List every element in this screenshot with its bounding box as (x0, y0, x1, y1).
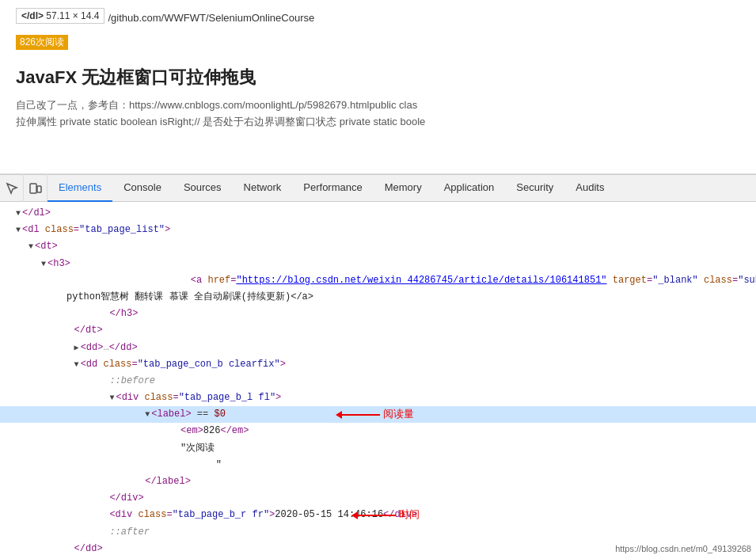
tab-network[interactable]: Network (233, 174, 293, 202)
dom-line: ▼<dl class="tab_page_list"> (0, 222, 756, 238)
dom-line: ▼<div class="tab_page_b_l fl"> (0, 390, 756, 406)
url-text: /github.com/WWFWT/SeleniumOnlineCourse (108, 12, 314, 24)
dom-line: </label> (0, 473, 756, 490)
dom-line-a: <a href="https://blog.csdn.net/weixin_44… (0, 272, 756, 289)
article-desc-2: 拉伸属性 private static boolean isRight;// 是… (16, 114, 740, 131)
dom-line: </dt> (0, 322, 756, 339)
tab-application[interactable]: Application (433, 174, 506, 202)
devtools-tabs: Elements Console Sources Network Perform… (0, 174, 756, 202)
inspect-icon-btn[interactable] (0, 174, 24, 202)
device-icon (29, 182, 42, 195)
dom-line-text: "次阅读 (0, 440, 756, 457)
tab-sources[interactable]: Sources (173, 174, 233, 202)
dom-line: ▼<h3> (0, 256, 756, 272)
tab-elements[interactable]: Elements (47, 174, 112, 202)
article-desc-1: 自己改了一点，参考自：https://www.cnblogs.com/moonl… (16, 97, 740, 114)
browser-content: </dl> https://blog.csdn.net/weixin_44286… (0, 0, 756, 174)
dom-line: ▼<dd class="tab_page_con_b clearfix"> (0, 356, 756, 373)
tab-security[interactable]: Security (505, 174, 564, 202)
dom-line-dd-collapsed: ▶<dd>…</dd> (0, 340, 756, 356)
annotation-views: 阅读量 (340, 406, 414, 423)
svg-rect-1 (37, 186, 41, 192)
tab-console[interactable]: Console (112, 174, 173, 202)
dom-line: </h3> (0, 306, 756, 322)
tab-memory[interactable]: Memory (374, 174, 433, 202)
views-badge: 826次阅读 (16, 35, 68, 50)
dom-line-date: <div class="tab_page_b_r fr">2020-05-15 … (0, 507, 756, 523)
article-title-2: JavaFX 无边框窗口可拉伸拖曳 (16, 66, 740, 89)
annotation-date: 时间 (356, 507, 420, 523)
device-toolbar-btn[interactable] (24, 174, 47, 202)
dom-line: ▼<dt> (0, 238, 756, 255)
dom-line-text2: " (0, 457, 756, 473)
dom-line-label-highlighted: ▼<label> == $0 阅读量 (0, 406, 756, 423)
label-tooltip: </dl> https://blog.csdn.net/weixin_44286… (16, 8, 104, 24)
dom-line-after: ::after (0, 524, 756, 541)
svg-rect-0 (30, 184, 36, 193)
dom-line: </div> (0, 490, 756, 507)
devtools-panel: ▼</dl> ▼<dl class="tab_page_list"> ▼<dt>… (0, 202, 756, 555)
tab-audits[interactable]: Audits (564, 174, 615, 202)
dom-line: python智慧树 翻转课 慕课 全自动刷课(持续更新)</a> (0, 289, 756, 306)
dom-line-em: <em>826</em> (0, 423, 756, 439)
status-bar: https://blog.csdn.net/m0_49139268 (610, 542, 756, 555)
dom-line-before: ::before (0, 373, 756, 390)
inspect-icon (6, 182, 18, 195)
dom-line: ▼</dl> (0, 205, 756, 222)
tab-performance[interactable]: Performance (292, 174, 373, 202)
